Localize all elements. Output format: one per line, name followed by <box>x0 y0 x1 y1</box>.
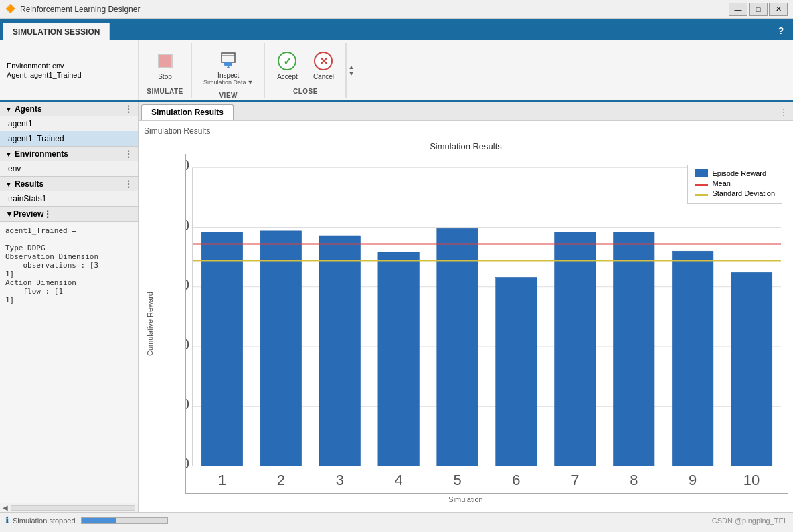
status-message: Simulation stopped <box>13 517 76 525</box>
svg-text:1000: 1000 <box>186 336 189 353</box>
env-value: env <box>52 62 64 70</box>
legend-swatch-mean <box>695 184 708 186</box>
app-icon: 🔶 <box>5 4 16 15</box>
window-controls: — □ ✕ <box>729 3 788 16</box>
legend-swatch-std <box>695 194 708 196</box>
minimize-button[interactable]: — <box>729 3 747 16</box>
environments-menu[interactable]: ⋮ <box>124 149 133 159</box>
preview-section: ▼ Preview ⋮ agent1_Trained = Type DDPG O… <box>0 207 138 503</box>
env-label: Environment: <box>7 62 50 70</box>
status-bar: ℹ Simulation stopped CSDN @pingping_TEL <box>0 512 793 528</box>
help-button[interactable]: ? <box>772 21 790 40</box>
accept-button[interactable]: ✓ Accept <box>270 47 304 84</box>
results-header[interactable]: ▼ Results ⋮ <box>0 177 138 191</box>
svg-marker-3 <box>226 66 230 68</box>
chart-y-label: Cumulative Reward <box>144 154 156 494</box>
accept-label: Accept <box>277 73 298 80</box>
svg-text:1: 1 <box>218 472 226 489</box>
preview-label: Preview <box>13 209 43 219</box>
legend-mean: Mean <box>695 179 775 187</box>
legend-swatch-episode <box>695 169 708 177</box>
environments-chevron: ▼ <box>5 151 12 158</box>
sidebar-item-agent1-trained[interactable]: agent1_Trained <box>0 131 138 146</box>
agents-section: ▼ Agents ⋮ agent1 agent1_Trained <box>0 102 138 147</box>
sidebar-item-agent1[interactable]: agent1 <box>0 116 138 131</box>
preview-content: agent1_Trained = Type DDPG Observation D… <box>0 222 138 503</box>
svg-rect-19 <box>378 252 420 466</box>
svg-text:500: 500 <box>186 395 189 412</box>
title-bar: 🔶 Reinforcement Learning Designer — □ ✕ <box>0 0 793 19</box>
environments-header[interactable]: ▼ Environments ⋮ <box>0 147 138 161</box>
maximize-button[interactable]: □ <box>749 3 768 16</box>
environments-section: ▼ Environments ⋮ env <box>0 147 138 177</box>
svg-text:0: 0 <box>186 455 189 472</box>
stop-button[interactable]: Stop <box>149 47 182 84</box>
simulate-buttons: Stop <box>149 46 182 85</box>
svg-text:5: 5 <box>453 472 461 489</box>
cancel-icon: ✕ <box>313 50 334 72</box>
svg-rect-20 <box>437 228 478 466</box>
ribbon-scroll-down[interactable]: ▼ <box>349 70 355 77</box>
content-tabs: Simulation Results ⋮ <box>139 102 793 121</box>
status-progress-fill <box>82 518 116 523</box>
ribbon-group-view: Inspect Simulation Data ▼ VIEW <box>192 43 265 98</box>
content-tab-menu[interactable]: ⋮ <box>774 105 793 120</box>
status-watermark: CSDN @pingping_TEL <box>712 517 788 525</box>
cancel-button[interactable]: ✕ Cancel <box>306 47 340 84</box>
svg-text:2500: 2500 <box>186 157 189 173</box>
legend-label-std: Standard Deviation <box>712 189 775 197</box>
svg-text:4: 4 <box>395 472 403 489</box>
agents-menu[interactable]: ⋮ <box>124 104 133 114</box>
svg-rect-24 <box>672 251 713 466</box>
close-group-label: CLOSE <box>293 88 318 95</box>
agent-value: agent1_Trained <box>30 71 82 79</box>
svg-rect-25 <box>731 272 772 466</box>
agents-header[interactable]: ▼ Agents ⋮ <box>0 102 138 116</box>
chart-inner: 0500100015002000250012345678910 <box>185 154 788 494</box>
svg-text:6: 6 <box>512 472 520 489</box>
ribbon-scroll-up[interactable]: ▲ <box>349 64 355 70</box>
results-label: Results <box>15 179 43 189</box>
legend-std: Standard Deviation <box>695 189 775 197</box>
results-section: ▼ Results ⋮ trainStats1 <box>0 177 138 207</box>
results-menu[interactable]: ⋮ <box>124 179 133 189</box>
chart-container: Simulation Results Cumulative Reward 050… <box>144 141 788 508</box>
sidebar-item-env[interactable]: env <box>0 161 138 176</box>
agents-label: Agents <box>15 104 42 114</box>
chart-legend: Episode Reward Mean Standard Deviation <box>687 165 782 204</box>
environments-label: Environments <box>15 149 68 159</box>
results-chevron: ▼ <box>5 181 12 188</box>
close-button[interactable]: ✕ <box>769 3 788 16</box>
svg-rect-23 <box>613 232 654 466</box>
tab-simulation-results[interactable]: Simulation Results <box>141 104 234 120</box>
scroll-left-arrow[interactable]: ◀ <box>3 504 8 511</box>
tab-simulation-session[interactable]: SIMULATION SESSION <box>3 23 110 40</box>
svg-text:8: 8 <box>630 472 638 489</box>
svg-text:10: 10 <box>743 472 760 489</box>
close-buttons: ✓ Accept ✕ Cancel <box>270 46 340 85</box>
sidebar-scrollbar[interactable] <box>11 505 135 511</box>
sidebar-item-trainstats[interactable]: trainStats1 <box>0 191 138 206</box>
agent-info: Agent: agent1_Trained <box>7 71 131 79</box>
chart-x-label: Simulation <box>144 495 788 503</box>
content-panel: Simulation Results Simulation Results Cu… <box>139 121 793 512</box>
ribbon-content: Stop SIMULATE <box>139 40 793 100</box>
y-axis <box>156 154 185 494</box>
inspect-icon <box>217 49 239 70</box>
svg-rect-16 <box>201 232 243 466</box>
svg-rect-22 <box>555 232 596 466</box>
svg-text:2: 2 <box>277 472 285 489</box>
accept-icon: ✓ <box>276 50 298 72</box>
inspect-button[interactable]: Inspect Simulation Data ▼ <box>197 46 259 89</box>
preview-menu[interactable]: ⋮ <box>43 209 52 219</box>
env-info: Environment: env <box>7 62 131 70</box>
legend-episode-reward: Episode Reward <box>695 169 775 177</box>
ribbon-scroll: ▲ ▼ <box>346 43 355 98</box>
preview-header[interactable]: ▼ Preview ⋮ <box>0 207 138 222</box>
svg-rect-18 <box>319 236 361 466</box>
inspect-label: Inspect <box>217 72 239 79</box>
agents-chevron: ▼ <box>5 106 12 113</box>
main-layout: ▼ Agents ⋮ agent1 agent1_Trained ▼ Envir… <box>0 102 793 512</box>
simulate-group-label: SIMULATE <box>147 88 183 95</box>
chart-area: Cumulative Reward 0500100015002000250012… <box>144 154 788 494</box>
